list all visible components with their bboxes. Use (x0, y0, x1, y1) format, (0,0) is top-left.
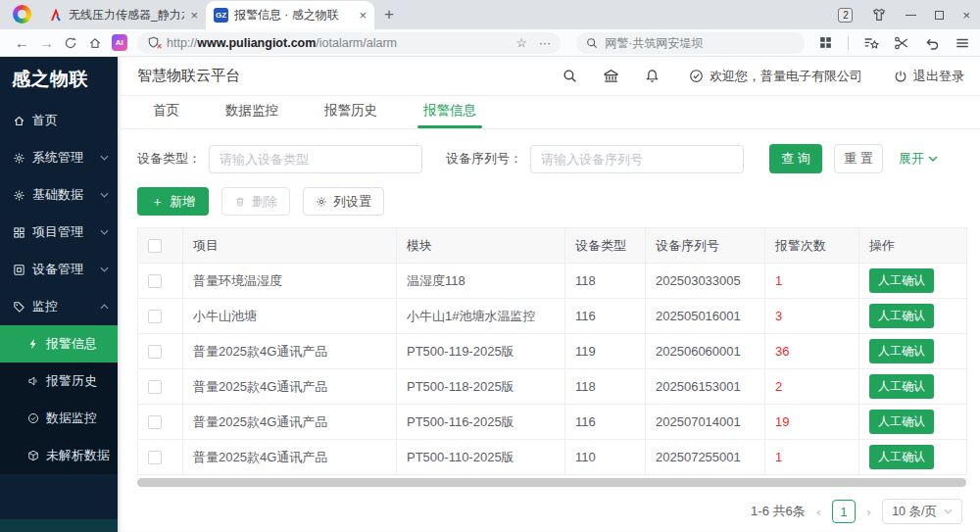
gear-icon (13, 189, 25, 202)
apps-grid-icon[interactable] (818, 35, 833, 50)
reload-button[interactable] (59, 36, 83, 50)
search-button[interactable]: 查 询 (769, 144, 822, 173)
tab-close-icon[interactable]: × (359, 9, 367, 22)
header-search-icon[interactable] (563, 69, 577, 83)
site-security-icon[interactable]: ✕ (147, 36, 160, 49)
prev-page-button[interactable]: ‹ (816, 505, 821, 519)
alarm-table-body: 普量环境温湿度 温湿度118 118 202503033005 1 人工确认 小… (138, 264, 967, 475)
horizontal-scrollbar-thumb[interactable] (137, 478, 966, 487)
table-row: 普量2025款4G通讯产品 PT500-110-2025版 110 202507… (138, 440, 967, 475)
manual-confirm-button[interactable]: 人工确认 (869, 304, 934, 328)
tab-home[interactable]: 首页 (147, 102, 185, 128)
page-size-select[interactable]: 10 条/页 (882, 499, 962, 524)
cell-module: PT500-116-2025版 (397, 405, 565, 440)
manual-confirm-button[interactable]: 人工确认 (869, 445, 934, 469)
device-type-input[interactable] (209, 145, 422, 173)
manual-confirm-button[interactable]: 人工确认 (869, 410, 934, 434)
add-label: 新增 (170, 193, 195, 211)
row-checkbox[interactable] (148, 415, 162, 429)
sidebar-item-alarm-history[interactable]: 报警历史 (0, 363, 118, 400)
new-tab-button[interactable]: + (384, 5, 394, 24)
column-settings-button[interactable]: 列设置 (303, 187, 384, 216)
chevron-down-icon (100, 266, 109, 272)
tab-count-badge[interactable]: 2 (838, 8, 853, 23)
tab-alarm-history[interactable]: 报警历史 (318, 102, 383, 128)
manual-confirm-button[interactable]: 人工确认 (869, 268, 934, 293)
home-button[interactable] (83, 36, 108, 50)
table-row: 普量环境温湿度 温湿度118 118 202503033005 1 人工确认 (138, 264, 967, 299)
forward-button[interactable]: → (34, 34, 59, 51)
row-checkbox[interactable] (148, 451, 162, 464)
cell-alarm-count: 36 (765, 334, 859, 369)
delete-label: 删除 (252, 193, 277, 211)
sidebar-item-device-mgmt[interactable]: 设备管理 (0, 251, 118, 288)
notifications-bell-icon[interactable] (645, 69, 660, 83)
browser-search-input[interactable] (605, 36, 781, 50)
chevron-down-icon (100, 229, 109, 235)
favorites-list-icon[interactable] (863, 35, 879, 51)
maximize-button[interactable] (935, 11, 944, 20)
cell-project: 普量2025款4G通讯产品 (183, 440, 397, 475)
cell-serial: 202506060001 (646, 334, 765, 369)
current-page-button[interactable]: 1 (832, 500, 856, 523)
user-welcome[interactable]: 欢迎您，普量电子有限公司 (689, 68, 862, 85)
add-button[interactable]: ＋ 新增 (137, 187, 209, 216)
chevron-down-icon (100, 192, 109, 198)
back-button[interactable]: ← (10, 34, 34, 51)
select-all-checkbox[interactable] (148, 239, 162, 253)
action-row: ＋ 新增 删除 列设置 (137, 187, 966, 216)
puliang-favicon-icon (49, 9, 63, 23)
tab-alarm-info[interactable]: 报警信息 (417, 102, 482, 128)
sidebar-item-project-mgmt[interactable]: 项目管理 (0, 214, 118, 251)
sidebar-item-monitor[interactable]: 监控 (0, 288, 118, 325)
row-checkbox[interactable] (148, 274, 162, 288)
reset-button[interactable]: 重 置 (834, 144, 883, 173)
browser-tab-active[interactable]: GZ 报警信息 · 感之物联 × (206, 1, 374, 29)
sidebar-item-system-mgmt[interactable]: 系统管理 (0, 139, 118, 176)
sidebar-item-home[interactable]: 首页 (0, 102, 118, 139)
cube-icon (27, 450, 39, 461)
sidebar-item-alarm-info[interactable]: 报警信息 (0, 325, 118, 363)
manual-confirm-button[interactable]: 人工确认 (869, 374, 934, 399)
ai-assistant-icon[interactable]: AI (112, 34, 127, 51)
row-checkbox[interactable] (148, 345, 162, 359)
table-row: 普量2025款4G通讯产品 PT500-119-2025版 119 202506… (138, 334, 967, 369)
sidebar-item-label: 基础数据 (32, 186, 83, 204)
logout-button[interactable]: 退出登录 (894, 68, 964, 85)
window-controls: 2 × (838, 0, 970, 29)
undo-history-icon[interactable] (924, 35, 940, 51)
cell-project: 小牛山池塘 (183, 299, 397, 334)
expand-toggle[interactable]: 展开 (899, 150, 938, 168)
sidebar-item-label: 未解析数据 (46, 447, 110, 464)
sidebar-item-data-monitor[interactable]: 数据监控 (0, 400, 118, 437)
col-header-project: 项目 (183, 228, 397, 264)
screenshot-scissors-icon[interactable] (894, 35, 909, 51)
chevron-down-icon (100, 155, 109, 161)
cell-serial: 202505016001 (646, 299, 765, 334)
table-row: 普量2025款4G通讯产品 PT500-116-2025版 116 202507… (138, 405, 967, 440)
serial-input[interactable] (530, 145, 744, 173)
browser-search-box[interactable] (576, 32, 805, 54)
organization-icon[interactable] (603, 68, 619, 84)
theme-shirt-icon[interactable] (871, 7, 887, 23)
cell-serial: 202503033005 (646, 264, 765, 299)
tab-close-icon[interactable]: × (190, 9, 198, 22)
delete-button[interactable]: 删除 (221, 187, 290, 216)
row-checkbox[interactable] (148, 380, 162, 394)
sidebar-item-unparsed-data[interactable]: 未解析数据 (0, 437, 118, 474)
menu-hamburger-icon[interactable] (955, 35, 970, 51)
bookmark-star-icon[interactable]: ☆ (515, 35, 526, 50)
tab-data-monitor[interactable]: 数据监控 (220, 102, 284, 128)
ganzhi-favicon-icon: GZ (214, 8, 228, 23)
browser-tab-inactive[interactable]: 无线压力传感器_静力水准仪 × (41, 1, 206, 29)
close-window-button[interactable]: × (962, 8, 970, 23)
manual-confirm-button[interactable]: 人工确认 (869, 339, 934, 363)
address-bar[interactable]: ✕ http://www.puliangiot.com/iotalarm/ala… (137, 32, 561, 54)
row-checkbox[interactable] (148, 310, 162, 323)
tab-title: 报警信息 · 感之物联 (234, 7, 353, 24)
browser-logo-icon[interactable] (13, 5, 31, 24)
sidebar-item-base-data[interactable]: 基础数据 (0, 176, 118, 214)
minimize-button[interactable] (906, 15, 916, 16)
next-page-button[interactable]: › (866, 505, 871, 519)
more-options-icon[interactable]: ··· (539, 36, 552, 50)
